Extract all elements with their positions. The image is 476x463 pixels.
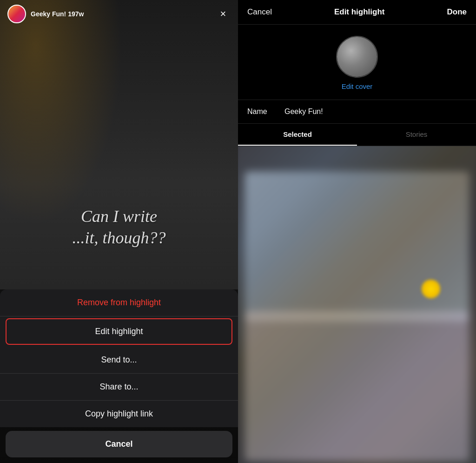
cover-image-inner	[337, 37, 377, 77]
cover-image[interactable]	[336, 36, 378, 78]
story-username: Geeky Fun! 197w	[31, 10, 216, 18]
nav-done-button[interactable]: Done	[447, 7, 467, 17]
name-value[interactable]: Geeky Fun!	[284, 107, 467, 116]
copy-highlight-link-button[interactable]: Copy highlight link	[0, 401, 238, 427]
bottom-sheet: Remove from highlight Edit highlight Sen…	[0, 289, 238, 427]
yellow-dot-decoration	[422, 280, 440, 298]
cover-section: Edit cover	[238, 25, 476, 100]
tab-selected[interactable]: Selected	[238, 124, 357, 146]
cancel-button[interactable]: Cancel	[6, 431, 232, 457]
edit-highlight-button[interactable]: Edit highlight	[6, 318, 232, 345]
edit-cover-button[interactable]: Edit cover	[342, 82, 373, 90]
right-nav: Cancel Edit highlight Done	[238, 0, 476, 25]
nav-title: Edit highlight	[334, 7, 385, 17]
left-panel: Can I write...it, though?? Geeky Fun! 19…	[0, 0, 238, 463]
avatar	[7, 5, 26, 23]
share-to-button[interactable]: Share to...	[0, 374, 238, 401]
right-panel: Cancel Edit highlight Done Edit cover Na…	[238, 0, 476, 463]
tab-stories[interactable]: Stories	[357, 124, 476, 146]
remove-from-highlight-button[interactable]: Remove from highlight	[0, 289, 238, 316]
name-label: Name	[247, 107, 284, 116]
story-header: Geeky Fun! 197w ×	[0, 0, 238, 28]
send-to-button[interactable]: Send to...	[0, 347, 238, 374]
bottom-sheet-overlay: Remove from highlight Edit highlight Sen…	[0, 289, 238, 463]
name-row: Name Geeky Fun!	[238, 100, 476, 124]
nav-cancel-button[interactable]: Cancel	[247, 7, 272, 17]
story-text: Can I write...it, though??	[72, 205, 165, 249]
content-grid	[238, 146, 476, 463]
tabs-row: Selected Stories	[238, 124, 476, 146]
close-button[interactable]: ×	[216, 7, 231, 21]
blurred-content	[238, 146, 476, 463]
